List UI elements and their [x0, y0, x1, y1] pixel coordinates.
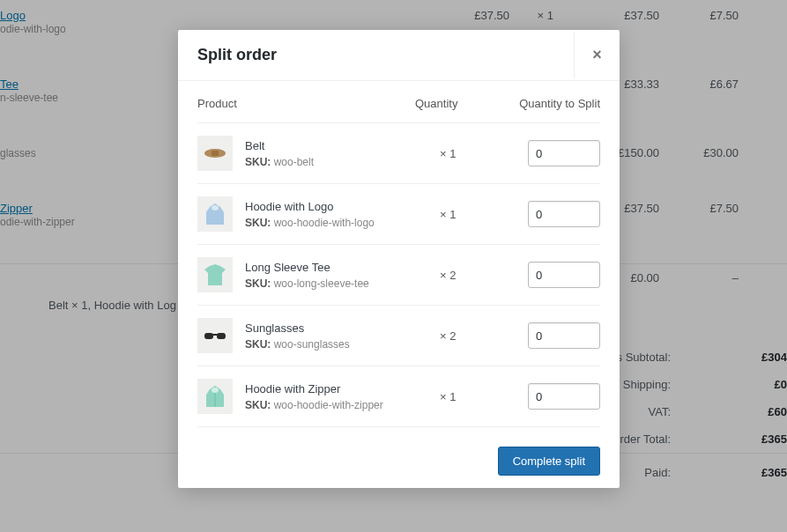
product-quantity: × 1	[440, 390, 501, 403]
product-quantity: × 2	[440, 329, 501, 343]
split-item-row: Hoodie with Zipper SKU: woo-hoodie-with-…	[197, 366, 600, 427]
product-quantity: × 1	[440, 147, 501, 160]
product-name: Long Sleeve Tee	[245, 261, 429, 274]
product-thumbnail	[197, 196, 233, 232]
product-name: Sunglasses	[245, 321, 429, 335]
quantity-to-split-input[interactable]	[528, 383, 600, 410]
quantity-to-split-input[interactable]	[528, 262, 600, 288]
product-thumbnail	[197, 136, 233, 171]
split-item-row: Belt SKU: woo-belt × 1	[197, 123, 600, 184]
col-product: Product	[197, 97, 415, 110]
col-quantity: Quantity	[415, 97, 494, 110]
split-item-row: Long Sleeve Tee SKU: woo-long-sleeve-tee…	[197, 245, 600, 306]
product-quantity: × 1	[440, 208, 501, 221]
product-thumbnail	[197, 318, 233, 353]
product-sku: SKU: woo-long-sleeve-tee	[245, 277, 429, 290]
complete-split-button[interactable]: Complete split	[498, 447, 600, 476]
quantity-to-split-input[interactable]	[528, 140, 600, 166]
product-thumbnail	[197, 379, 233, 414]
quantity-to-split-input[interactable]	[528, 322, 600, 349]
product-name: Hoodie with Zipper	[245, 382, 429, 395]
modal-header: Split order ×	[178, 30, 620, 81]
modal-footer: Complete split	[178, 434, 620, 488]
split-order-modal: Split order × Product Quantity Quantity …	[178, 30, 620, 488]
col-quantity-to-split: Quantity to Split	[494, 97, 600, 110]
product-sku: SKU: woo-hoodie-with-zipper	[245, 399, 429, 411]
quantity-to-split-input[interactable]	[528, 201, 600, 227]
product-name: Belt	[245, 139, 429, 152]
split-item-row: Hoodie with Logo SKU: woo-hoodie-with-lo…	[197, 184, 600, 245]
split-item-row: Sunglasses SKU: woo-sunglasses × 2	[197, 306, 600, 366]
product-sku: SKU: woo-sunglasses	[245, 338, 429, 351]
product-name: Hoodie with Logo	[245, 200, 429, 213]
product-thumbnail	[197, 257, 233, 292]
close-icon[interactable]: ×	[574, 33, 620, 78]
modal-title: Split order	[197, 46, 277, 64]
product-sku: SKU: woo-hoodie-with-logo	[245, 217, 429, 229]
modal-table-header: Product Quantity Quantity to Split	[197, 81, 600, 123]
modal-body: Product Quantity Quantity to Split Belt …	[178, 81, 620, 434]
product-quantity: × 2	[440, 269, 501, 282]
product-sku: SKU: woo-belt	[245, 156, 429, 168]
